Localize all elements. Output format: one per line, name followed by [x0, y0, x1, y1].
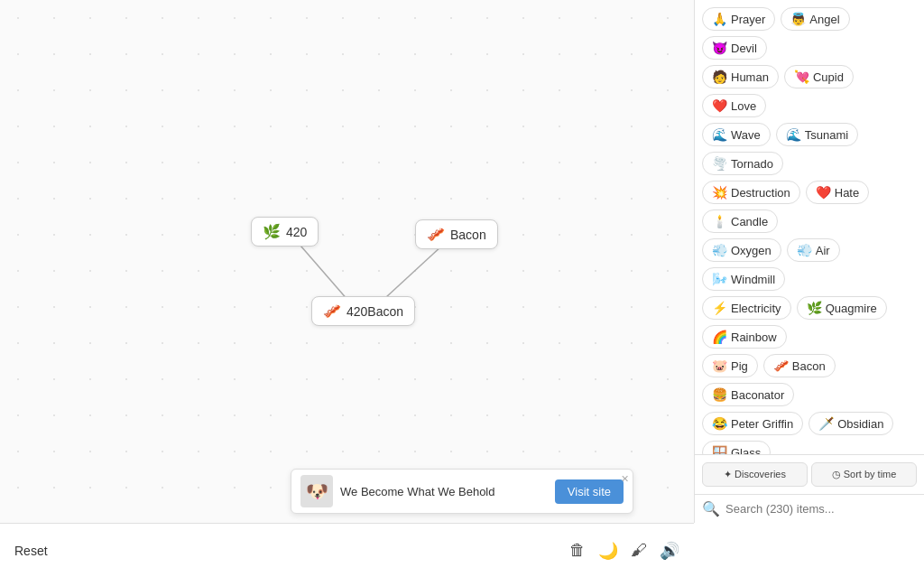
item-chip-glass[interactable]: 🪟Glass [702, 441, 771, 454]
item-chip-windmill[interactable]: 🌬️Windmill [702, 267, 785, 291]
search-input[interactable] [725, 502, 917, 516]
item-chip-pig[interactable]: 🐷Pig [702, 354, 758, 377]
node-label: 420Bacon [346, 304, 403, 319]
chip-label: Pig [731, 359, 748, 373]
chip-emoji: 🌊 [712, 127, 727, 142]
node-420[interactable]: 🌿420 [251, 217, 319, 247]
chip-emoji: 🌊 [786, 127, 801, 142]
chip-label: Tornado [731, 157, 773, 171]
chip-label: Hate [835, 186, 859, 200]
item-chip-oxygen[interactable]: 💨Oxygen [702, 238, 781, 262]
chip-emoji: 🐷 [712, 358, 727, 373]
item-chip-prayer[interactable]: 🙏Prayer [702, 7, 775, 31]
chip-label: Baconator [731, 388, 784, 402]
item-chip-devil[interactable]: 😈Devil [702, 36, 767, 60]
sidebar-footer: ✦ Discoveries ◷ Sort by time [695, 454, 924, 494]
node-label: Bacon [450, 228, 486, 242]
item-chip-cupid[interactable]: 💘Cupid [784, 65, 854, 88]
moon-icon[interactable]: 🌙 [598, 541, 618, 561]
chip-emoji: 🧑 [712, 70, 727, 84]
sound-icon[interactable]: 🔊 [660, 541, 679, 561]
items-sidebar: 🙏Prayer👼Angel😈Devil🧑Human💘Cupid❤️Love🌊Wa… [694, 0, 924, 523]
node-label: 420 [286, 225, 307, 239]
item-chip-rainbow[interactable]: 🌈Rainbow [702, 325, 787, 349]
item-chip-wave[interactable]: 🌊Wave [702, 123, 771, 146]
chip-label: Wave [731, 128, 761, 142]
chip-emoji: 🌈 [712, 330, 727, 344]
item-chip-hate[interactable]: ❤️Hate [806, 181, 869, 204]
chip-emoji: 🍔 [712, 387, 727, 402]
chip-label: Destruction [731, 186, 790, 200]
chip-emoji: 😈 [712, 41, 727, 55]
ad-icon: 🐶 [300, 475, 333, 507]
bottom-toolbar: Reset 🗑 🌙 🖌 🔊 [0, 523, 694, 577]
search-bar: 🔍 [695, 494, 924, 523]
chip-label: Electricity [731, 302, 781, 315]
items-row: 💥Destruction❤️Hate🕯️Candle [702, 181, 917, 233]
ad-close-button[interactable]: ✕ [621, 473, 629, 485]
item-chip-quagmire[interactable]: 🌿Quagmire [797, 296, 887, 320]
ad-text: We Become What We Behold [340, 485, 548, 498]
chip-label: Cupid [813, 70, 844, 84]
reset-button[interactable]: Reset [14, 544, 48, 558]
chip-emoji: 💥 [712, 185, 727, 200]
chip-emoji: 🪟 [712, 445, 727, 454]
items-row: 🌊Wave🌊Tsunami🌪️Tornado [702, 123, 917, 175]
chip-label: Oxygen [731, 244, 772, 257]
item-chip-obsidian[interactable]: 🗡️Obsidian [808, 412, 893, 435]
chip-emoji: 🌬️ [712, 272, 727, 286]
chip-emoji: 😂 [712, 416, 727, 431]
chip-emoji: 🕯️ [712, 214, 727, 228]
item-chip-love[interactable]: ❤️Love [702, 94, 766, 117]
chip-label: Human [731, 70, 769, 84]
ad-banner: ✕ 🐶 We Become What We Behold Visit site [291, 469, 633, 514]
chip-label: Glass [731, 446, 761, 455]
item-chip-tsunami[interactable]: 🌊Tsunami [776, 123, 858, 146]
node-bacon[interactable]: 🥓Bacon [415, 219, 498, 249]
chip-label: Angel [809, 13, 839, 26]
chip-emoji: 🌿 [807, 301, 822, 315]
item-chip-electricity[interactable]: ⚡Electricity [702, 296, 791, 320]
chip-label: Peter Griffin [731, 417, 793, 431]
items-row: 🧑Human💘Cupid❤️Love [702, 65, 917, 117]
trash-icon[interactable]: 🗑 [569, 541, 586, 561]
items-row: 💨Oxygen💨Air🌬️Windmill [702, 238, 917, 291]
item-chip-peter-griffin[interactable]: 😂Peter Griffin [702, 412, 803, 435]
node-emoji: 🥓 [323, 302, 341, 320]
items-row: 😂Peter Griffin🗡️Obsidian🪟Glass [702, 412, 917, 454]
item-chip-bacon[interactable]: 🥓Bacon [763, 354, 836, 377]
chip-label: Candle [731, 215, 768, 228]
items-row: 🙏Prayer👼Angel😈Devil [702, 7, 917, 60]
chip-emoji: 🌪️ [712, 156, 727, 171]
chip-label: Quagmire [826, 302, 877, 315]
chip-emoji: ❤️ [816, 185, 831, 200]
chip-label: Tsunami [805, 128, 848, 142]
chip-label: Obsidian [837, 417, 883, 431]
item-chip-baconator[interactable]: 🍔Baconator [702, 383, 794, 406]
discoveries-button[interactable]: ✦ Discoveries [702, 462, 808, 487]
chip-label: Prayer [731, 13, 765, 26]
chip-emoji: 🗡️ [818, 416, 834, 431]
chip-label: Rainbow [731, 330, 777, 344]
ad-visit-button[interactable]: Visit site [555, 479, 624, 504]
sort-button[interactable]: ◷ Sort by time [811, 462, 917, 487]
brush-icon[interactable]: 🖌 [631, 541, 647, 561]
item-chip-human[interactable]: 🧑Human [702, 65, 779, 88]
node-emoji: 🥓 [427, 226, 445, 243]
item-chip-tornado[interactable]: 🌪️Tornado [702, 152, 783, 175]
item-chip-candle[interactable]: 🕯️Candle [702, 209, 778, 233]
items-list: 🙏Prayer👼Angel😈Devil🧑Human💘Cupid❤️Love🌊Wa… [695, 0, 924, 454]
item-chip-angel[interactable]: 👼Angel [781, 7, 849, 31]
items-row: 🐷Pig🥓Bacon🍔Baconator [702, 354, 917, 406]
craft-canvas: 🌿420🥓Bacon🥓420Bacon [0, 0, 694, 523]
node-420bacon[interactable]: 🥓420Bacon [311, 296, 415, 326]
bottom-icons-group: 🗑 🌙 🖌 🔊 [569, 541, 679, 561]
chip-emoji: 💘 [794, 70, 809, 84]
chip-emoji: 💨 [712, 243, 727, 257]
connection-lines [0, 0, 694, 523]
chip-label: Devil [731, 42, 757, 55]
item-chip-destruction[interactable]: 💥Destruction [702, 181, 800, 204]
item-chip-air[interactable]: 💨Air [787, 238, 840, 262]
chip-emoji: 👼 [790, 12, 806, 26]
chip-emoji: ⚡ [712, 301, 727, 315]
